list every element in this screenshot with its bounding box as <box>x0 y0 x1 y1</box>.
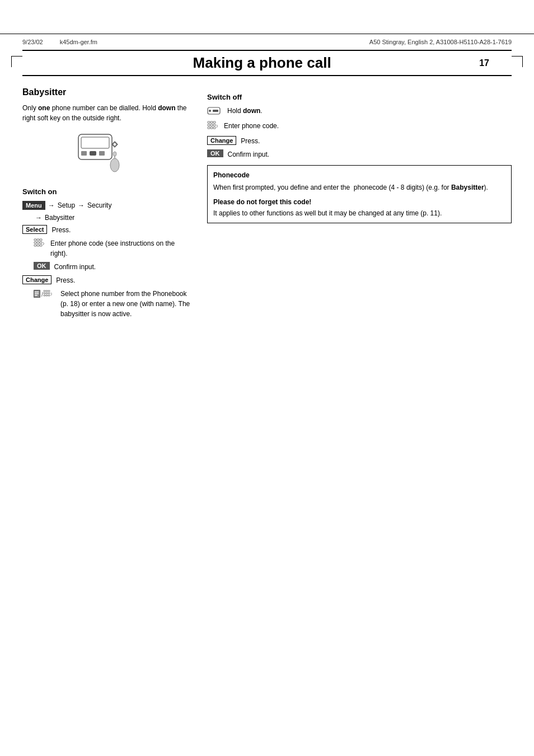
keypad-icon <box>34 238 46 250</box>
phonecode-warning-body: It applies to other functions as well bu… <box>213 208 505 218</box>
right-column: Switch off Hold down. <box>207 87 512 322</box>
svg-rect-41 <box>210 124 213 126</box>
meta-header: 9/23/02 k45dm-ger.fm A50 Stingray, Engli… <box>0 34 534 50</box>
change-badge-2: Change <box>207 136 236 145</box>
svg-rect-14 <box>37 242 39 243</box>
select-press-step: Select Press. <box>22 225 190 235</box>
ok-badge: OK <box>34 262 50 270</box>
phone-image-area <box>22 132 190 176</box>
arrow-2: → <box>78 201 85 209</box>
svg-point-9 <box>113 152 116 156</box>
svg-rect-30 <box>48 293 50 294</box>
svg-rect-32 <box>46 295 48 296</box>
change-press-text: Press. <box>56 275 75 285</box>
svg-rect-13 <box>34 242 36 243</box>
svg-rect-28 <box>44 293 45 294</box>
page-wrapper: 9/23/02 k45dm-ger.fm A50 Stingray, Engli… <box>0 34 534 756</box>
enter-code-text: Enter phone code (see instructions on th… <box>50 238 190 259</box>
phone-btn-icon <box>207 106 223 118</box>
svg-rect-0 <box>78 134 112 159</box>
svg-rect-45 <box>213 127 216 129</box>
page-title: Making a phone call <box>45 54 479 72</box>
phonebook-step: / Select phone number from th <box>34 289 190 319</box>
phonecode-title: Phonecode <box>213 170 505 180</box>
babysitter-intro: Only one phone number can be dialled. Ho… <box>22 103 190 123</box>
ok-badge-2: OK <box>207 149 223 157</box>
svg-rect-33 <box>48 295 50 296</box>
setup-label: Setup <box>58 200 75 210</box>
phone-illustration <box>73 132 140 176</box>
change-press-off-step: Change Press. <box>207 136 512 146</box>
svg-rect-22 <box>35 293 39 294</box>
switch-on-heading: Switch on <box>22 187 190 196</box>
change-press-step: Change Press. <box>22 275 190 285</box>
nav-path-2: → Babysitter <box>34 213 190 223</box>
phonebook-icon: / <box>34 289 56 302</box>
ok-confirm-step: OK Confirm input. <box>34 262 190 272</box>
page-number: 17 <box>479 58 489 68</box>
ok-confirm-text: Confirm input. <box>54 262 96 272</box>
meta-date: 9/23/02 <box>22 39 43 45</box>
svg-point-35 <box>209 110 211 112</box>
svg-rect-31 <box>44 295 45 296</box>
svg-rect-29 <box>46 293 48 294</box>
select-badge: Select <box>22 225 47 234</box>
svg-rect-27 <box>48 290 50 292</box>
svg-rect-18 <box>40 245 42 246</box>
svg-rect-39 <box>213 121 216 123</box>
svg-rect-40 <box>208 124 210 126</box>
babysitter-nav-label: Babysitter <box>45 213 74 223</box>
enter-code-off-step: Enter phone code. <box>207 121 512 133</box>
ok-confirm-off-step: OK Confirm input. <box>207 149 512 159</box>
svg-rect-23 <box>35 295 38 296</box>
svg-rect-12 <box>40 239 42 241</box>
babysitter-heading: Babysitter <box>22 87 190 97</box>
nav-path: Menu → Setup → Security <box>22 200 190 210</box>
svg-rect-43 <box>208 127 210 129</box>
svg-point-7 <box>110 158 119 172</box>
svg-rect-17 <box>37 245 39 246</box>
switch-off-heading: Switch off <box>207 93 512 101</box>
ok-confirm-off-text: Confirm input. <box>228 149 270 159</box>
change-badge: Change <box>22 275 51 284</box>
menu-badge: Menu <box>22 201 45 210</box>
svg-rect-2 <box>81 151 87 156</box>
page-title-area: Making a phone call 17 <box>22 50 512 76</box>
meta-filename: k45dm-ger.fm <box>60 39 97 45</box>
phonecode-warning-title: Please do not forget this code! <box>213 197 505 207</box>
svg-rect-44 <box>210 127 213 129</box>
corner-tr <box>512 56 523 67</box>
svg-rect-21 <box>35 292 39 293</box>
svg-text:/: / <box>41 292 43 298</box>
change-press-off-text: Press. <box>241 136 260 146</box>
security-label: Security <box>87 200 111 210</box>
svg-rect-3 <box>90 151 96 156</box>
svg-rect-38 <box>210 121 213 123</box>
arrow-1: → <box>48 201 55 209</box>
meta-document: A50 Stingray, English 2, A31008-H5110-A2… <box>369 39 512 45</box>
svg-rect-36 <box>213 110 218 112</box>
meta-left: 9/23/02 k45dm-ger.fm <box>22 39 97 45</box>
content-area: Babysitter Only one phone number can be … <box>0 76 534 334</box>
svg-rect-42 <box>213 124 216 126</box>
arrow-3: → <box>35 214 42 222</box>
svg-rect-10 <box>34 239 36 241</box>
phonecode-body: When first prompted, you define and ente… <box>213 182 505 192</box>
phonecode-box: Phonecode When first prompted, you defin… <box>207 165 512 223</box>
svg-rect-26 <box>46 290 48 292</box>
keypad-icon-2 <box>207 121 219 133</box>
hold-down-text: Hold down. <box>227 106 263 116</box>
svg-rect-4 <box>99 151 105 156</box>
svg-rect-37 <box>208 121 210 123</box>
select-press-text: Press. <box>51 225 71 235</box>
svg-rect-1 <box>81 137 109 148</box>
left-column: Babysitter Only one phone number can be … <box>22 87 190 322</box>
svg-rect-16 <box>34 245 36 246</box>
hold-down-step: Hold down. <box>207 106 512 118</box>
svg-rect-25 <box>44 290 45 292</box>
svg-rect-15 <box>40 242 42 243</box>
enter-code-off-text: Enter phone code. <box>224 121 279 131</box>
corner-tl <box>11 56 22 67</box>
enter-code-step: Enter phone code (see instructions on th… <box>34 238 190 259</box>
phonebook-text: Select phone number from the Phonebook (… <box>60 289 190 319</box>
